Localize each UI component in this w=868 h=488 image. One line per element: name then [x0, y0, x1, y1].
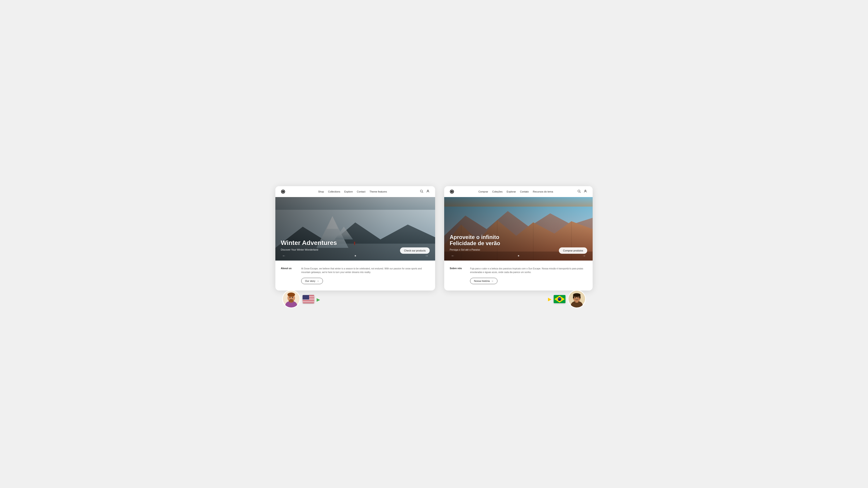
- pt-hero-title-text: Aproveite o infinitoFelicidade de verão: [450, 234, 500, 247]
- nav-contact-en[interactable]: Contact: [357, 190, 366, 193]
- pt-about-section: Sobre nós Fuja para o calor e a beleza d…: [444, 261, 593, 290]
- pt-next-arrow[interactable]: →: [581, 253, 587, 258]
- en-story-arrow: →: [317, 280, 319, 282]
- en-flag: [303, 295, 314, 303]
- pt-logo: [450, 189, 454, 194]
- user-icon-en[interactable]: [426, 189, 430, 194]
- en-hero-cta: Check our products: [400, 248, 430, 254]
- svg-point-23: [585, 190, 586, 191]
- en-prev-arrow[interactable]: ←: [281, 253, 287, 258]
- svg-point-34: [558, 297, 561, 301]
- en-about-section: About us At Snow Escape, we believe that…: [275, 261, 435, 290]
- search-icon-en[interactable]: [420, 189, 423, 194]
- en-nav: Shop Collections Explore Contact Theme f…: [275, 186, 435, 197]
- nav-explorar-pt[interactable]: Explorar: [507, 190, 516, 193]
- pt-about-text-col: Fuja para o calor e a beleza dos paraíso…: [470, 267, 587, 284]
- nav-explore-en[interactable]: Explore: [344, 190, 353, 193]
- svg-point-16: [287, 292, 295, 297]
- en-about-desc: At Snow Escape, we believe that winter i…: [301, 267, 430, 274]
- en-next-arrow[interactable]: →: [423, 253, 430, 258]
- en-play-icon: ▶: [317, 297, 321, 302]
- pt-hero-slider: Aproveite o infinitoFelicidade de verão …: [444, 197, 593, 261]
- en-story-label: Our story: [305, 280, 315, 282]
- portuguese-card-wrapper: Comprar Coleções Explorar Contato Recurs…: [444, 186, 593, 302]
- pt-hero-title: Aproveite o infinitoFelicidade de verão: [450, 234, 587, 247]
- nav-collections-en[interactable]: Collections: [328, 190, 340, 193]
- en-badge-left: ▶: [282, 290, 321, 308]
- nav-colecoes-pt[interactable]: Coleções: [492, 190, 503, 193]
- pt-nav-icons: [577, 189, 587, 194]
- pt-nav-links: Comprar Coleções Explorar Contato Recurs…: [460, 190, 572, 193]
- en-hero-title: Winter Adventures: [281, 239, 430, 247]
- pt-avatar: [568, 290, 586, 308]
- svg-point-18: [289, 297, 290, 298]
- en-avatar: [282, 290, 300, 308]
- en-about-text-col: At Snow Escape, we believe that winter i…: [301, 267, 430, 284]
- en-nav-icons: [420, 189, 430, 194]
- pt-about-desc: Fuja para o calor e a beleza dos paraíso…: [470, 267, 587, 274]
- page-wrapper: Shop Collections Explore Contact Theme f…: [275, 186, 593, 302]
- en-nav-links: Shop Collections Explore Contact Theme f…: [291, 190, 414, 193]
- nav-comprar-pt[interactable]: Comprar: [478, 190, 488, 193]
- search-icon-pt[interactable]: [577, 189, 581, 194]
- svg-point-3: [427, 190, 429, 191]
- nav-recursos-pt[interactable]: Recursos do tema: [533, 190, 553, 193]
- en-slider-controls: ← →: [281, 253, 430, 258]
- pt-story-arrow: →: [491, 280, 494, 282]
- nav-theme-en[interactable]: Theme features: [369, 190, 387, 193]
- en-story-button[interactable]: Our story →: [301, 278, 323, 284]
- en-logo: [281, 189, 285, 194]
- svg-point-43: [578, 297, 579, 298]
- pt-nav: Comprar Coleções Explorar Contato Recurs…: [444, 186, 593, 197]
- svg-point-19: [292, 297, 293, 298]
- pt-hero-cta: Comprar produtos: [559, 248, 587, 254]
- pt-about-label: Sobre nós: [450, 267, 465, 269]
- pt-badge-right: ▶: [548, 290, 586, 308]
- svg-line-22: [580, 192, 581, 193]
- user-icon-pt[interactable]: [584, 189, 587, 194]
- svg-point-21: [578, 190, 580, 192]
- nav-shop-en[interactable]: Shop: [318, 190, 324, 193]
- english-browser-card: Shop Collections Explore Contact Theme f…: [275, 186, 435, 290]
- en-about-label: About us: [281, 267, 297, 269]
- pt-story-button[interactable]: Nossa história →: [470, 278, 497, 284]
- en-slider-dot: [355, 255, 356, 256]
- pt-slider-dot: [518, 255, 519, 256]
- pt-story-label: Nossa história: [474, 280, 490, 282]
- svg-point-1: [421, 190, 423, 192]
- portuguese-browser-card: Comprar Coleções Explorar Contato Recurs…: [444, 186, 593, 290]
- pt-play-icon: ▶: [548, 296, 551, 302]
- pt-slider-controls: ← →: [450, 253, 587, 258]
- svg-rect-41: [579, 296, 581, 298]
- nav-contato-pt[interactable]: Contato: [520, 190, 529, 193]
- en-hero-slider: Winter Adventures Discover Your Winter W…: [275, 197, 435, 261]
- pt-flag: [554, 295, 565, 303]
- svg-rect-40: [573, 296, 574, 298]
- english-card-wrapper: Shop Collections Explore Contact Theme f…: [275, 186, 435, 302]
- pt-cta-button[interactable]: Comprar produtos: [559, 248, 587, 254]
- svg-line-2: [422, 192, 423, 193]
- svg-point-42: [575, 297, 576, 298]
- pt-prev-arrow[interactable]: ←: [450, 253, 456, 258]
- en-cta-button[interactable]: Check our products: [400, 248, 430, 254]
